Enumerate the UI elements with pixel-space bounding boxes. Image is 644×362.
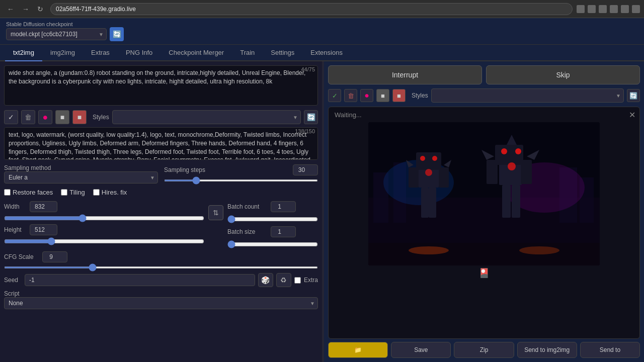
sampling-method-select-wrapper: Euler a (4, 171, 158, 184)
batch-count-slider[interactable] (227, 215, 318, 223)
output-pink-button[interactable]: ● (360, 89, 373, 102)
close-output-button[interactable]: ✕ (629, 110, 635, 120)
send-to-img2img-button[interactable]: Send to img2img (517, 342, 577, 358)
restore-faces-checkbox[interactable] (4, 189, 11, 196)
script-row: Script (4, 290, 318, 297)
extension-icon-1 (577, 5, 585, 13)
tiling-checkbox[interactable] (61, 189, 67, 196)
restore-faces-label: Restore faces (13, 189, 53, 196)
skip-button[interactable]: Skip (486, 65, 640, 84)
cfg-input[interactable] (42, 251, 67, 262)
hires-fix-checkbox[interactable] (93, 189, 100, 196)
checkpoint-label: Stable Diffusion checkpoint (6, 21, 124, 27)
tab-settings[interactable]: Settings (263, 45, 302, 61)
sampling-steps-slider[interactable] (164, 179, 318, 182)
tab-extras[interactable]: Extras (83, 45, 118, 61)
batch-size-input[interactable] (271, 226, 296, 237)
swap-button-col: ⇅ (208, 201, 223, 220)
top-bar: Stable Diffusion checkpoint model.ckpt [… (0, 18, 644, 45)
interrupt-button[interactable]: Interrupt (328, 65, 482, 84)
zip-button[interactable]: Zip (454, 342, 514, 358)
svg-rect-24 (487, 160, 498, 184)
tiling-checkbox-item[interactable]: Tiling (61, 189, 85, 196)
back-button[interactable]: ← (4, 4, 17, 14)
sampling-method-select[interactable]: Euler a (4, 171, 158, 184)
mech-scene-svg (368, 122, 600, 265)
positive-prompt-counter: 44/75 (301, 66, 315, 72)
height-slider[interactable] (4, 237, 204, 245)
cfg-slider[interactable] (4, 266, 318, 268)
extension-icon-2 (588, 5, 596, 13)
width-slider[interactable] (4, 214, 204, 222)
refresh-styles-button[interactable]: 🔄 (304, 110, 318, 124)
send-to-inpaint-button[interactable]: Send to (580, 342, 640, 358)
output-refresh-button[interactable]: 🔄 (627, 89, 640, 102)
output-styles-select-wrapper (431, 88, 624, 103)
swap-dimensions-button[interactable]: ⇅ (208, 205, 223, 220)
sampling-steps-group: Sampling steps (164, 164, 318, 183)
tab-bar: txt2img img2img Extras PNG Info Checkpoi… (0, 45, 644, 61)
svg-rect-12 (416, 152, 441, 170)
batch-count-input[interactable] (271, 201, 296, 212)
hires-fix-checkbox-item[interactable]: Hires. fix (93, 189, 127, 196)
tab-txt2img[interactable]: txt2img (5, 45, 42, 61)
save-button[interactable]: Save (391, 342, 451, 358)
batch-size-slider[interactable] (227, 240, 318, 248)
height-input[interactable] (30, 224, 57, 235)
checkpoint-refresh-button[interactable]: 🔄 (110, 27, 124, 41)
forward-button[interactable]: → (19, 4, 32, 14)
square1-button[interactable]: ■ (55, 110, 69, 124)
refresh-button[interactable]: ↻ (34, 4, 46, 14)
dimensions-batch-row: Width Height ⇅ B (4, 201, 318, 248)
bottom-buttons: 📁 Save Zip Send to img2img Send to (328, 342, 640, 358)
tab-checkpoint-merger[interactable]: Checkpoint Merger (160, 45, 232, 61)
script-select[interactable]: None (4, 297, 318, 309)
browser-navigation[interactable]: ← → ↻ (4, 4, 46, 14)
svg-rect-23 (495, 145, 523, 165)
output-image-container (368, 122, 600, 265)
positive-prompt-textarea[interactable]: wide shot angle, a (gundam:0.8) robot st… (4, 65, 318, 106)
restore-faces-checkbox-item[interactable]: Restore faces (4, 189, 53, 196)
svg-point-29 (515, 148, 521, 154)
sampling-method-group: Sampling method Euler a (4, 164, 158, 184)
check-button[interactable]: ✓ (4, 110, 18, 124)
output-check-button[interactable]: ✓ (328, 89, 341, 102)
negative-prompt-textarea[interactable]: text, logo, watermark, (worst quality, l… (4, 127, 318, 160)
seed-recycle-button[interactable]: ♻ (276, 273, 291, 287)
tab-train[interactable]: Train (232, 45, 263, 61)
styles-select[interactable] (112, 110, 301, 124)
sampling-steps-input[interactable] (293, 164, 318, 175)
svg-point-30 (508, 162, 516, 170)
output-square1-button[interactable]: ■ (376, 89, 389, 102)
output-styles-label: Styles (412, 92, 428, 99)
svg-point-9 (409, 246, 449, 254)
seed-extra-checkbox[interactable] (294, 277, 301, 284)
script-label: Script (4, 290, 24, 297)
output-trash-button[interactable]: 🗑 (344, 89, 357, 102)
open-folder-button[interactable]: 📁 (328, 342, 388, 358)
svg-rect-8 (368, 243, 600, 265)
url-bar[interactable]: 02a56ff4-71ff-439e.gradio.live (50, 3, 573, 15)
svg-point-17 (420, 156, 425, 161)
extension-icon-4 (610, 5, 618, 13)
tab-png-info[interactable]: PNG Info (118, 45, 160, 61)
tab-extensions[interactable]: Extensions (302, 45, 351, 61)
width-input[interactable] (30, 201, 57, 212)
trash-button[interactable]: 🗑 (21, 110, 35, 124)
output-square2-button[interactable]: ■ (392, 89, 406, 102)
pink-button[interactable]: ● (38, 110, 52, 124)
negative-prompt-counter: 138/150 (295, 128, 315, 134)
extension-icon-5 (621, 5, 629, 13)
script-select-wrapper: None (4, 297, 318, 309)
image-caption-icon: 🎴 (478, 267, 490, 279)
tiling-label: Tiling (69, 189, 85, 196)
output-styles-select[interactable] (431, 88, 624, 103)
positive-prompt-section: 44/75 wide shot angle, a (gundam:0.8) ro… (4, 65, 318, 107)
seed-input[interactable] (25, 274, 255, 286)
square2-button[interactable]: ■ (72, 110, 87, 124)
right-panel: Interrupt Skip ✓ 🗑 ● ■ ■ Styles 🔄 (324, 61, 644, 362)
output-area: Waiting... ✕ (328, 107, 640, 339)
checkpoint-select[interactable]: model.ckpt [cc6cb27103] (6, 28, 107, 40)
tab-img2img[interactable]: img2img (42, 45, 83, 61)
seed-dice-button[interactable]: 🎲 (258, 273, 273, 287)
